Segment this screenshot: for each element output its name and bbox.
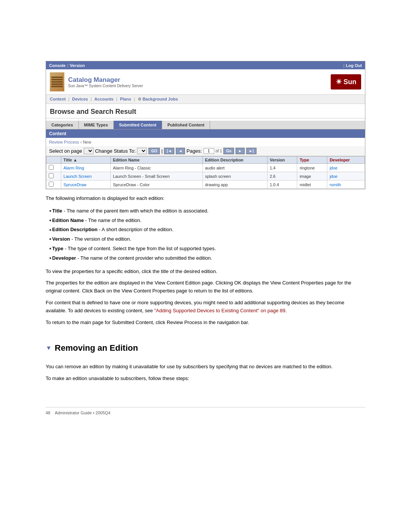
content-table: Title ▲ Edition Name Edition Description…	[46, 156, 365, 189]
page-input[interactable]	[204, 148, 214, 154]
header-area: Catalog Manager Sun Java™ System Content…	[46, 69, 365, 95]
row-version: 1.0.4	[267, 181, 297, 189]
col-edition-description: Edition Description	[202, 157, 267, 164]
bullet-list: Title - The name of the parent item with…	[46, 206, 365, 263]
table-row: SpruceDrawSpruceDraw - Colordrawing app1…	[46, 181, 365, 189]
row-developer-link[interactable]: rsmith	[330, 182, 341, 187]
para4: To return to the main page for Submitted…	[46, 319, 365, 327]
content-header-bar: Content	[46, 129, 365, 138]
col-checkbox	[46, 157, 61, 164]
row-checkbox[interactable]	[49, 165, 54, 170]
row-edition-description: drawing app	[202, 181, 267, 189]
nav-accounts[interactable]: Accounts	[94, 97, 113, 101]
para2: The properties for the edition are displ…	[46, 279, 365, 295]
row-developer-link[interactable]: jdoe	[330, 174, 338, 179]
para3: For content that is defined to have one …	[46, 299, 365, 315]
next-page-button[interactable]: ►	[236, 148, 245, 154]
col-type: Type	[297, 157, 327, 164]
section-para2: To make an edition unavailable to subscr…	[46, 375, 365, 383]
page-footer: 48 Administrator Guide • 2005Q4	[46, 407, 365, 415]
of-text: of 1	[216, 149, 222, 153]
section-body-text: You can remove an edition by making it u…	[46, 358, 365, 392]
section-title: Removing an Edition	[55, 343, 138, 353]
tab-mime-types[interactable]: MIME Types	[79, 121, 114, 129]
prev-page-button[interactable]: ◄	[176, 148, 185, 154]
bullet-item: Title - The name of the parent item with…	[49, 206, 365, 216]
tab-submitted-content[interactable]: Submitted Content	[114, 121, 162, 129]
section-para1: You can remove an edition by making it u…	[46, 363, 365, 371]
nav-bar: Content | Devices | Accounts | Plans | ⚙…	[46, 95, 365, 104]
row-edition-description: audio alert	[202, 164, 267, 172]
footer-text: Administrator Guide • 2005Q4	[55, 411, 110, 415]
table-row: Launch ScreenLaunch Screen - Small Scree…	[46, 172, 365, 181]
last-page-button[interactable]: ►|	[246, 148, 256, 154]
sun-logo: ☀ Sun	[331, 74, 361, 89]
row-edition-description: splash screen	[202, 172, 267, 181]
body-text-section: The following information is displayed f…	[46, 189, 365, 335]
version-label[interactable]: Version	[70, 63, 85, 68]
background-jobs-icon: ⚙	[138, 97, 142, 101]
row-type: ringtone	[297, 164, 327, 172]
col-title: Title ▲	[61, 157, 110, 164]
intro-text: The following information is displayed f…	[46, 195, 365, 203]
logout-label[interactable]: Log Out	[346, 63, 362, 68]
select-on-page-label: Select on page	[49, 148, 82, 154]
nav-plans[interactable]: Plans	[120, 97, 131, 101]
sun-logo-text: ☀ Sun	[336, 78, 357, 86]
change-status-dropdown[interactable]	[137, 148, 147, 154]
controls-separator: |	[161, 148, 162, 154]
bullet-item: Edition Description - A short descriptio…	[49, 225, 365, 235]
catalog-icon	[50, 72, 64, 91]
row-title-link[interactable]: Launch Screen	[64, 174, 92, 179]
first-page-button[interactable]: |◄	[164, 148, 174, 154]
row-version: 2.6	[267, 172, 297, 181]
row-checkbox[interactable]	[49, 173, 54, 178]
review-separator: ›	[80, 140, 83, 144]
removing-edition-heading: ▼ Removing an Edition	[46, 343, 365, 353]
bullet-item: Developer - The name of the content prov…	[49, 254, 365, 263]
row-title-link[interactable]: SpruceDraw	[64, 182, 87, 187]
row-type: midlet	[297, 181, 327, 189]
review-current: New	[83, 140, 91, 144]
console-topbar: Console | Version | Log Out	[46, 61, 365, 69]
row-edition-name: Launch Screen - Small Screen	[110, 172, 202, 181]
triangle-icon: ▼	[46, 345, 52, 351]
row-title-link[interactable]: Alarm Ring	[64, 166, 84, 170]
bullet-item: Type - The type of content. Select the t…	[49, 244, 365, 254]
select-on-page-dropdown[interactable]	[84, 148, 94, 154]
review-process-link[interactable]: Review Process	[49, 140, 79, 144]
col-edition-name: Edition Name	[110, 157, 202, 164]
tab-categories[interactable]: Categories	[46, 121, 79, 129]
tab-published-content[interactable]: Published Content	[162, 121, 210, 129]
tabs-row: Categories MIME Types Submitted Content …	[46, 121, 365, 129]
go-button[interactable]: GO	[148, 148, 160, 154]
table-row: Alarm RingAlarm Ring - Classicaudio aler…	[46, 164, 365, 172]
row-edition-name: SpruceDraw - Color	[110, 181, 202, 189]
app-subtitle: Sun Java™ System Content Delivery Server	[68, 84, 143, 88]
row-type: image	[297, 172, 327, 181]
row-checkbox[interactable]	[49, 182, 54, 187]
nav-background-jobs[interactable]: Background Jobs	[143, 97, 178, 101]
app-title: Catalog Manager	[68, 76, 143, 84]
change-status-label: Change Status To:	[95, 148, 136, 154]
row-version: 1.4	[267, 164, 297, 172]
row-edition-name: Alarm Ring - Classic	[110, 164, 202, 172]
controls-row: Select on page Change Status To: GO | |◄…	[46, 146, 365, 156]
go2-button[interactable]: Go	[223, 148, 234, 154]
console-label[interactable]: Console	[49, 63, 65, 68]
bullet-item: Edition Name - The name of the edition.	[49, 216, 365, 225]
para3-link[interactable]: "Adding Supported Devices to Existing Co…	[154, 308, 285, 313]
nav-devices[interactable]: Devices	[72, 97, 88, 101]
para3-suffix: .	[285, 308, 287, 313]
footer-page-number: 48	[46, 411, 50, 415]
browse-title: Browse and Search Result	[46, 104, 365, 118]
col-version: Version	[267, 157, 297, 164]
bullet-item: Version - The version of the edition.	[49, 235, 365, 244]
topbar-separator: |	[67, 63, 68, 68]
review-process-bar: Review Process › New	[46, 138, 365, 146]
para1: To view the properties for a specific ed…	[46, 268, 365, 276]
row-developer-link[interactable]: jdoe	[330, 166, 338, 170]
topbar-separator2: |	[343, 63, 344, 68]
nav-content[interactable]: Content	[50, 97, 66, 101]
pages-label: Pages:	[186, 148, 202, 154]
